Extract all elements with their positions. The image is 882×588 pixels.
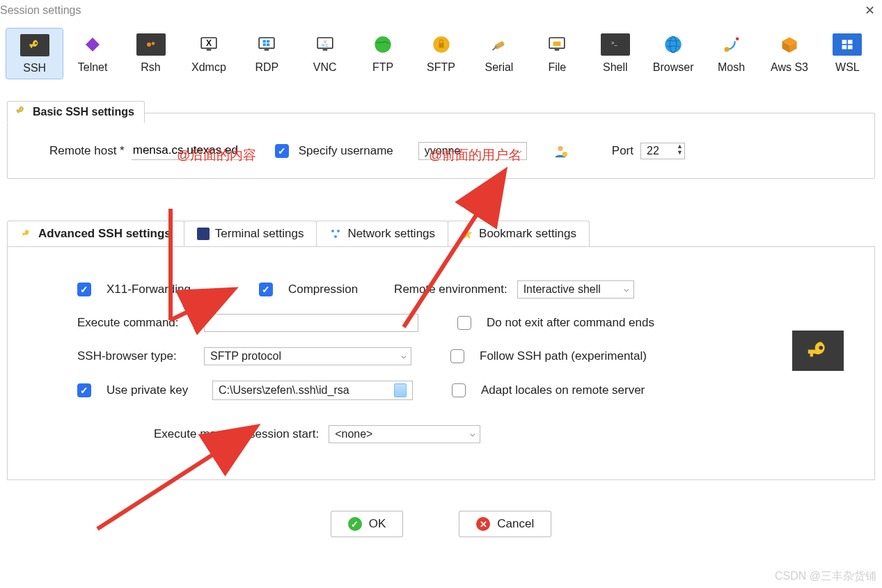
svg-rect-34 [842,45,847,49]
compression-checkbox[interactable]: ✓ [259,283,273,296]
svg-rect-5 [207,49,212,51]
compression-label: Compression [288,283,358,296]
svg-rect-32 [842,40,847,44]
basic-ssh-tab: Basic SSH settings [7,101,145,123]
svg-point-36 [558,145,562,150]
ok-button[interactable]: ✓ OK [331,511,404,537]
svg-text:X: X [206,38,212,48]
svg-rect-23 [555,49,560,51]
macro-combo[interactable]: <none> [329,425,480,443]
file-icon[interactable] [394,383,407,397]
terminal-icon [197,228,210,240]
adapt-locales-checkbox[interactable]: ✓ [452,383,466,397]
adapt-locales-label: Adapt locales on remote server [481,383,645,397]
svg-marker-0 [86,38,100,51]
session-type-vnc[interactable]: VN C VNC [296,28,354,79]
remote-host-input[interactable] [132,141,250,160]
session-type-toolbar: SSH Telnet Rsh X Xdmcp RDP VN C VNC FTP … [0,24,882,92]
session-type-file[interactable]: File [528,28,586,79]
session-type-rdp[interactable]: RDP [238,28,296,79]
close-icon[interactable]: ✕ [865,3,875,18]
titlebar: Session settings ✕ [0,0,882,24]
svg-rect-19 [494,40,505,49]
svg-rect-9 [263,43,266,46]
satellite-icon [717,33,746,56]
svg-rect-22 [553,42,561,46]
cancel-button[interactable]: ✕ Cancel [459,511,551,537]
watermark: CSDN @三丰杂货铺 [775,569,876,584]
svg-point-37 [562,151,567,156]
svg-point-28 [735,38,739,41]
follow-ssh-checkbox[interactable]: ✓ [450,349,464,363]
no-exit-checkbox[interactable]: ✓ [457,316,471,330]
diamond-icon [78,33,107,56]
session-type-xdmcp[interactable]: X Xdmcp [180,28,237,79]
use-private-key-label: Use private key [107,383,203,397]
remote-env-combo[interactable]: Interactive shell [517,280,634,299]
session-type-serial[interactable]: Serial [470,28,528,79]
globe-blue-icon [659,33,688,56]
svg-rect-6 [259,38,274,48]
svg-text:>_: >_ [611,40,617,46]
session-type-sftp[interactable]: SFTP [412,28,470,79]
exec-cmd-input[interactable] [204,314,418,332]
advanced-tabs: Advanced SSH settings Terminal settings … [7,221,875,246]
session-type-awss3[interactable]: Aws S3 [760,28,818,79]
svg-marker-41 [462,229,473,239]
windows-icon [833,33,862,56]
key-icon [20,34,49,56]
x11-forwarding-checkbox[interactable]: ✓ [77,283,91,296]
x11-forwarding-label: X11-Forwarding [107,283,191,296]
svg-rect-8 [267,40,269,43]
tab-bookmark-settings[interactable]: Bookmark settings [448,221,590,246]
macro-label: Execute macro at session start: [154,427,319,441]
remote-env-label: Remote environment: [394,283,507,296]
port-spinner[interactable]: 22 ▲▼ [640,143,685,159]
follow-ssh-label: Follow SSH path (experimental) [480,349,647,363]
private-key-path-input[interactable]: C:\Users\zefen\.ssh\id_rsa [212,381,413,400]
browser-type-combo[interactable]: SFTP protocol [204,347,411,365]
session-type-shell[interactable]: >_ Shell [586,28,644,79]
session-type-rsh[interactable]: Rsh [122,28,180,79]
username-combo[interactable]: yvonne [418,142,527,160]
user-icon[interactable] [552,143,569,159]
session-type-ssh[interactable]: SSH [6,28,63,79]
session-type-browser[interactable]: Browser [644,28,702,79]
serial-plug-icon [485,33,514,56]
session-type-telnet[interactable]: Telnet [63,28,121,79]
key-icon [20,228,33,240]
svg-rect-35 [848,45,853,49]
tab-network-settings[interactable]: Network settings [316,221,448,246]
gears-icon [136,33,166,56]
specify-username-label: Specify username [299,144,393,158]
monitor-win-icon [252,33,281,56]
browser-type-label: SSH-browser type: [77,349,194,363]
specify-username-checkbox[interactable]: ✓ [275,144,289,158]
basic-ssh-panel: Basic SSH settings Remote host * ✓ Speci… [7,113,875,179]
key-icon [15,106,27,118]
svg-text:N C: N C [322,43,328,47]
tab-advanced-ssh[interactable]: Advanced SSH settings [7,221,184,246]
svg-point-2 [151,42,155,45]
tab-terminal-settings[interactable]: Terminal settings [184,221,317,246]
no-exit-label: Do not exit after command ends [487,316,654,330]
session-type-ftp[interactable]: FTP [354,28,411,79]
svg-rect-15 [322,49,327,51]
monitor-x-icon: X [194,33,223,56]
svg-point-25 [666,36,682,52]
svg-rect-18 [439,43,443,48]
session-type-label: SSH [23,62,46,74]
use-private-key-checkbox[interactable]: ✓ [77,383,91,397]
monitor-folder-icon [542,33,572,56]
cube-icon [775,33,804,56]
svg-rect-33 [848,40,853,44]
monitor-vnc-icon: VN C [310,33,340,56]
globe-lock-icon [427,33,456,56]
port-label: Port [612,144,633,158]
svg-point-27 [724,47,729,52]
svg-rect-7 [263,40,266,43]
remote-host-label: Remote host * [49,144,125,158]
session-type-wsl[interactable]: WSL [819,28,876,79]
svg-point-40 [334,235,337,238]
session-type-mosh[interactable]: Mosh [702,28,760,79]
